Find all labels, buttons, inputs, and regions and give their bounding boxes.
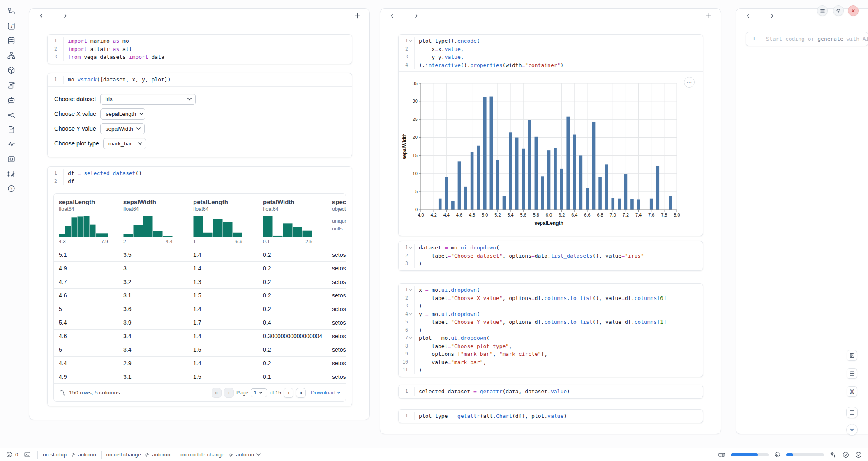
code-line[interactable]: 8 label="Choose plot type", — [399, 342, 703, 350]
column-collapse-left-icon[interactable] — [388, 12, 396, 20]
scratchpad-icon[interactable] — [7, 169, 16, 178]
cell-selected-dataset[interactable]: 1selected_dataset = getattr(data, datase… — [398, 385, 703, 399]
code-line[interactable]: 3) — [399, 302, 703, 310]
table-row[interactable]: 4.63.41.40.30000000000000004setosa — [54, 329, 346, 343]
table-row[interactable]: 53.41.50.2setosa — [54, 343, 346, 356]
code-editor[interactable]: 1dataset = mo.ui.dropdown(2 label="Choos… — [399, 241, 703, 270]
documentation-icon[interactable] — [7, 125, 16, 134]
sparkles-icon[interactable] — [829, 451, 837, 459]
cell-vstack[interactable]: 1mo.vstack([dataset, x, y, plot]) Choose… — [47, 73, 352, 157]
download-button[interactable]: Download — [311, 390, 341, 396]
code-line[interactable]: 2 label="Choose dataset", options=data.l… — [399, 252, 703, 260]
code-line[interactable]: 6) — [399, 326, 703, 334]
code-editor[interactable]: 1plot_type().encode(2 x=x.value,3 y=y.va… — [399, 35, 703, 71]
code-line[interactable]: 2import altair as alt — [48, 45, 352, 53]
command-palette-button[interactable]: ⌘ — [847, 386, 857, 397]
add-cell-icon[interactable] — [353, 12, 361, 20]
code-line[interactable]: 3 y=y.value, — [399, 53, 703, 61]
dataset-dropdown[interactable]: iris — [100, 94, 196, 105]
table-row[interactable]: 5.13.51.40.2setosa — [54, 248, 346, 261]
column-expand-right-icon[interactable] — [412, 12, 420, 20]
panel-layout-button[interactable] — [847, 368, 857, 379]
cell-dataset-dropdown[interactable]: 1dataset = mo.ui.dropdown(2 label="Choos… — [398, 241, 703, 271]
connection-check-icon[interactable] — [855, 451, 862, 459]
code-editor[interactable]: 1mo.vstack([dataset, x, y, plot]) — [48, 73, 352, 86]
column-collapse-left-icon[interactable] — [37, 12, 45, 20]
code-line[interactable]: 1df = selected_dataset() — [48, 169, 352, 177]
cell-imports[interactable]: 1import marimo as mo2import altair as al… — [47, 34, 352, 64]
code-editor[interactable]: 1df = selected_dataset()2df — [48, 167, 352, 188]
code-line[interactable]: 3from vega_datasets import data — [48, 53, 352, 61]
code-line[interactable]: 2 x=x.value, — [399, 45, 703, 53]
code-line[interactable]: 1x = mo.ui.dropdown( — [399, 286, 703, 294]
save-button[interactable] — [847, 350, 857, 361]
column-header-species[interactable]: speciesobjectunique:nulls: — [327, 198, 346, 244]
column-header-petalLength[interactable]: petalLengthfloat6416.9 — [188, 198, 258, 244]
column-header-sepalWidth[interactable]: sepalWidthfloat6424.4 — [118, 198, 188, 244]
logs-icon[interactable] — [7, 81, 16, 90]
help-icon[interactable]: ? — [7, 184, 16, 193]
code-line[interactable]: 4).interactive().properties(width="conta… — [399, 61, 703, 69]
on-cell-change-setting[interactable]: on cell change: autorun — [106, 452, 171, 458]
code-line[interactable]: 1plot_type = getattr(alt.Chart(df), plot… — [399, 412, 703, 420]
packages-icon[interactable] — [7, 66, 16, 75]
table-row[interactable]: 53.61.40.2setosa — [54, 302, 346, 316]
code-line[interactable]: 1 Start coding or generate with AI — [746, 35, 868, 43]
code-line[interactable]: 10 value="mark_bar", — [399, 358, 703, 366]
column-collapse-left-icon[interactable] — [744, 12, 752, 20]
first-page-button[interactable]: « — [212, 388, 222, 398]
on-module-change-setting[interactable]: on module change: autorun — [180, 452, 261, 458]
add-cell-icon[interactable] — [704, 12, 713, 20]
code-line[interactable]: 11) — [399, 366, 703, 374]
settings-button[interactable] — [833, 5, 844, 16]
snippets-icon[interactable] — [7, 154, 16, 164]
marimo-mascot-icon[interactable] — [842, 451, 850, 459]
cell-new-empty[interactable]: 1 Start coding or generate with AI — [746, 32, 868, 46]
generate-with-ai-link[interactable]: generate — [817, 36, 843, 42]
code-editor[interactable]: 1selected_dataset = getattr(data, datase… — [399, 385, 703, 398]
jump-to-cell-button[interactable] — [846, 424, 858, 436]
code-line[interactable]: 7plot = mo.ui.dropdown( — [399, 334, 703, 342]
ai-chat-icon[interactable] — [7, 95, 16, 104]
fold-chevron-icon[interactable] — [409, 288, 413, 292]
table-row[interactable]: 4.73.21.30.2setosa — [54, 275, 346, 288]
code-line[interactable]: 2 label="Choose X value", options=df.col… — [399, 294, 703, 302]
table-row[interactable]: 5.43.91.70.4setosa — [54, 316, 346, 329]
code-line[interactable]: 1import marimo as mo — [48, 37, 352, 45]
fold-chevron-icon[interactable] — [409, 312, 413, 316]
tracing-icon[interactable] — [7, 140, 16, 149]
page-select[interactable]: 1 — [251, 388, 267, 397]
datasources-icon[interactable] — [7, 36, 16, 45]
code-editor[interactable]: 1plot_type = getattr(alt.Chart(df), plot… — [399, 410, 703, 423]
code-editor[interactable]: 1import marimo as mo2import altair as al… — [48, 35, 352, 64]
x-value-dropdown[interactable]: sepalLength — [100, 108, 145, 120]
chart-actions-icon[interactable]: ⋯ — [684, 77, 695, 88]
focus-mode-button[interactable] — [846, 407, 858, 418]
shutdown-button[interactable] — [848, 5, 859, 16]
code-line[interactable]: 4y = mo.ui.dropdown( — [399, 310, 703, 318]
table-row[interactable]: 4.931.40.2setosa — [54, 261, 346, 275]
table-row[interactable]: 4.63.11.50.2setosa — [54, 288, 346, 302]
last-page-button[interactable]: » — [296, 388, 306, 398]
code-line[interactable]: 1mo.vstack([dataset, x, y, plot]) — [48, 76, 352, 84]
column-expand-right-icon[interactable] — [768, 12, 776, 20]
search-icon[interactable] — [59, 390, 65, 396]
table-row[interactable]: 4.42.91.40.2setosa — [54, 356, 346, 370]
cell-dataframe[interactable]: 1df = selected_dataset()2df sepalLengthf… — [47, 166, 352, 406]
search-logs-icon[interactable] — [7, 110, 16, 119]
notebook-menu-button[interactable] — [817, 5, 828, 16]
previous-page-button[interactable]: ‹ — [224, 388, 234, 398]
next-page-button[interactable]: › — [284, 388, 293, 398]
cell-chart[interactable]: 1plot_type().encode(2 x=x.value,3 y=y.va… — [398, 34, 703, 236]
code-line[interactable]: 1plot_type().encode( — [399, 37, 703, 45]
code-line[interactable]: 1dataset = mo.ui.dropdown( — [399, 244, 703, 252]
cell-plot-type[interactable]: 1plot_type = getattr(alt.Chart(df), plot… — [398, 409, 703, 423]
fold-chevron-icon[interactable] — [409, 336, 413, 340]
on-startup-setting[interactable]: on startup: autorun — [43, 452, 96, 458]
table-row[interactable]: 4.93.11.50.1setosa — [54, 370, 346, 383]
column-expand-right-icon[interactable] — [61, 12, 69, 20]
fold-chevron-icon[interactable] — [409, 246, 413, 249]
file-tree-icon[interactable] — [7, 7, 16, 16]
dependency-graph-icon[interactable] — [7, 51, 16, 60]
terminal-button[interactable] — [24, 451, 31, 458]
